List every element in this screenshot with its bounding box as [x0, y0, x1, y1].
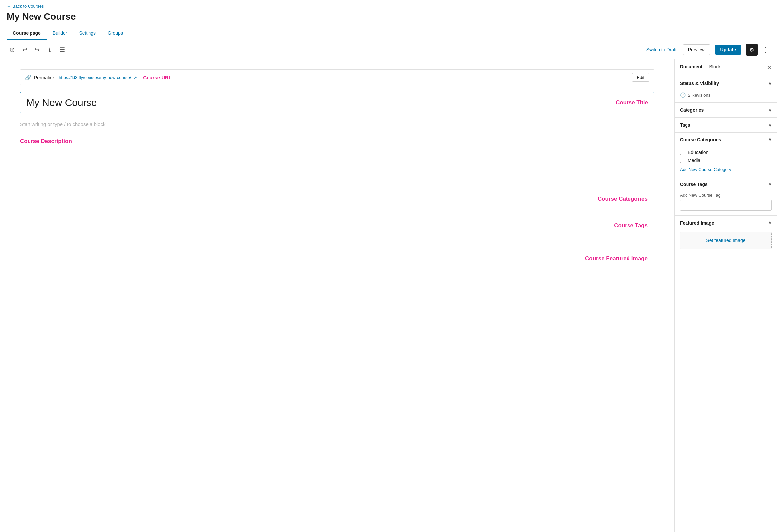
status-visibility-header[interactable]: Status & Visibility ∨ [675, 76, 777, 91]
status-visibility-title: Status & Visibility [680, 81, 719, 86]
title-area: Course Title [20, 92, 654, 113]
category-media-label: Media [688, 158, 700, 163]
dots-row-2: ... ... [20, 156, 654, 161]
gear-icon: ⚙ [750, 47, 754, 53]
permalink-label: Permalink: [34, 75, 56, 80]
categories-section: Categories ∨ [675, 103, 777, 118]
sidebar-tab-document[interactable]: Document [680, 64, 702, 71]
dot-item-2b: ... [29, 156, 33, 161]
info-icon: ℹ [49, 47, 51, 53]
course-categories-section: Course Categories ∨ Education Media Add … [675, 133, 777, 177]
revisions-icon: 🕐 [680, 93, 685, 98]
gear-button[interactable]: ⚙ [746, 44, 758, 56]
featured-image-chevron: ∨ [768, 220, 772, 226]
dot-item-2a: ... [20, 156, 24, 161]
course-title-badge: Course Title [616, 99, 648, 106]
course-tags-section: Course Tags ∨ Add New Course Tag [675, 177, 777, 216]
course-categories-header[interactable]: Course Categories ∨ [675, 133, 777, 147]
course-tags-annotation: Course Tags [614, 222, 648, 229]
course-tags-content: Add New Course Tag [675, 191, 777, 215]
course-categories-title: Course Categories [680, 137, 721, 142]
permalink-url[interactable]: https://ld3.fly/courses/my-new-course/ [59, 75, 131, 80]
revisions-section: 🕐 2 Revisions [675, 91, 777, 103]
permalink-bar: 🔗 Permalink: https://ld3.fly/courses/my-… [20, 69, 654, 86]
tab-course-page[interactable]: Course page [7, 27, 47, 40]
tabs: Course page Builder Settings Groups [7, 27, 770, 40]
add-block-button[interactable]: ⊕ [7, 44, 17, 55]
featured-image-header[interactable]: Featured Image ∨ [675, 216, 777, 230]
set-featured-image-button[interactable]: Set featured image [680, 232, 772, 249]
category-education-checkbox[interactable] [680, 150, 685, 155]
toolbar: ⊕ ↩ ↪ ℹ ☰ Switch to Draft Preview Update… [0, 40, 777, 59]
tab-settings[interactable]: Settings [73, 27, 102, 40]
course-tags-header[interactable]: Course Tags ∨ [675, 177, 777, 191]
dot-item-3c: ... [38, 164, 42, 169]
dot-item: ... [20, 148, 24, 153]
revisions-count: 2 Revisions [688, 93, 710, 98]
redo-icon: ↪ [35, 46, 40, 53]
tags-title: Tags [680, 122, 690, 128]
categories-title: Categories [680, 107, 704, 113]
main-layout: 🔗 Permalink: https://ld3.fly/courses/my-… [0, 59, 777, 532]
page-title: My New Course [7, 11, 770, 22]
course-tags-chevron: ∨ [768, 181, 772, 187]
course-tags-title: Course Tags [680, 181, 708, 187]
list-button[interactable]: ☰ [57, 44, 68, 55]
categories-chevron: ∨ [768, 107, 772, 113]
write-placeholder: Start writing or type / to choose a bloc… [20, 121, 105, 127]
sidebar-tab-block[interactable]: Block [709, 64, 720, 71]
category-media-checkbox[interactable] [680, 158, 685, 163]
add-new-course-category-link[interactable]: Add New Course Category [680, 167, 731, 172]
categories-header[interactable]: Categories ∨ [675, 103, 777, 117]
undo-button[interactable]: ↩ [19, 44, 30, 55]
course-tags-label: Add New Course Tag [680, 193, 772, 198]
preview-button[interactable]: Preview [682, 44, 710, 55]
undo-icon: ↩ [22, 46, 27, 53]
link-icon: 🔗 [25, 74, 31, 81]
list-icon: ☰ [60, 46, 65, 53]
course-tags-input[interactable] [680, 200, 772, 211]
redo-button[interactable]: ↪ [32, 44, 42, 55]
sidebar-close-button[interactable]: ✕ [767, 64, 772, 71]
update-button[interactable]: Update [715, 45, 741, 55]
dot-item-3a: ... [20, 164, 24, 169]
category-media-row: Media [680, 156, 772, 164]
add-icon: ⊕ [9, 46, 15, 54]
switch-draft-button[interactable]: Switch to Draft [646, 47, 677, 52]
course-categories-content: Education Media Add New Course Category [675, 147, 777, 176]
status-visibility-section: Status & Visibility ∨ [675, 76, 777, 91]
editor-area: 🔗 Permalink: https://ld3.fly/courses/my-… [0, 59, 674, 532]
back-link[interactable]: Back to Courses [7, 4, 44, 9]
course-categories-chevron: ∨ [768, 137, 772, 142]
tab-groups[interactable]: Groups [102, 27, 129, 40]
sidebar-header: Document Block ✕ [675, 59, 777, 76]
dot-item-3b: ... [29, 164, 33, 169]
featured-image-content: Set featured image [675, 230, 777, 254]
tags-chevron: ∨ [768, 122, 772, 128]
course-categories-annotation: Course Categories [598, 196, 648, 202]
info-button[interactable]: ℹ [44, 44, 55, 55]
dots-row-3: ... ... ... [20, 164, 654, 169]
more-options-button[interactable]: ⋮ [761, 44, 770, 56]
featured-image-section: Featured Image ∨ Set featured image [675, 216, 777, 254]
course-featured-image-annotation: Course Featured Image [585, 255, 648, 262]
course-description-annotation: Course Description [20, 138, 654, 145]
category-education-label: Education [688, 150, 708, 155]
dots-row-1: ... [20, 148, 654, 153]
featured-image-title: Featured Image [680, 220, 714, 226]
tags-header[interactable]: Tags ∨ [675, 118, 777, 132]
course-url-badge: Course URL [143, 75, 172, 80]
write-area[interactable]: Start writing or type / to choose a bloc… [20, 120, 654, 128]
tab-builder[interactable]: Builder [47, 27, 73, 40]
tags-section: Tags ∨ [675, 118, 777, 133]
revisions-row[interactable]: 🕐 2 Revisions [675, 91, 777, 102]
category-education-row: Education [680, 148, 772, 156]
dots-icon: ⋮ [762, 46, 769, 54]
top-bar: Back to Courses My New Course Course pag… [0, 0, 777, 40]
course-title-input[interactable] [26, 97, 610, 108]
status-visibility-chevron: ∨ [768, 81, 772, 86]
sidebar: Document Block ✕ Status & Visibility ∨ 🕐… [674, 59, 777, 532]
external-link-icon: ↗ [134, 75, 137, 80]
edit-permalink-button[interactable]: Edit [632, 73, 649, 82]
